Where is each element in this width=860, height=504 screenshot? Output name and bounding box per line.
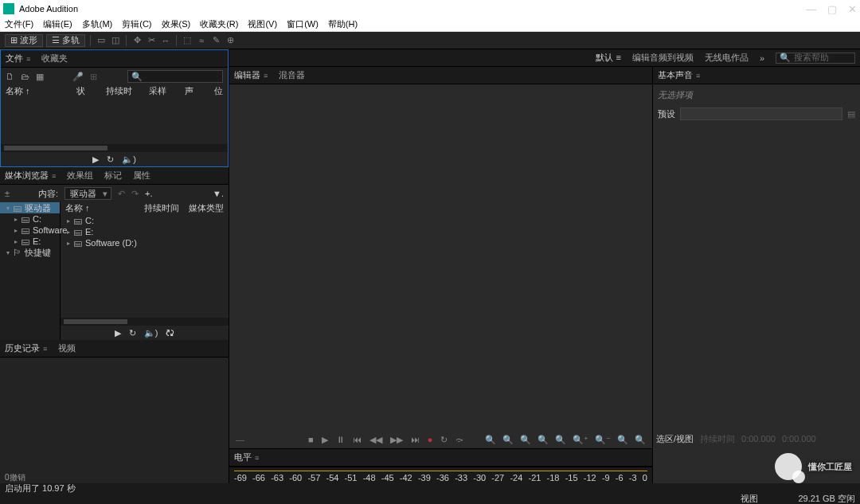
zoom-icon[interactable]: 🔍 xyxy=(502,435,514,445)
browser-item-c[interactable]: ▸🖴C: xyxy=(61,215,229,226)
col-name[interactable]: 名称 ↑ xyxy=(65,202,144,215)
tab-markers[interactable]: 标记 xyxy=(104,170,122,182)
help-search[interactable]: 🔍 搜索帮助 xyxy=(776,53,855,64)
menu-view[interactable]: 视图(V) xyxy=(248,18,277,30)
record-button[interactable]: ● xyxy=(428,435,433,444)
col-samplerate[interactable]: 采样率 xyxy=(149,85,169,98)
tree-drives[interactable]: ▾🖴驱动器 xyxy=(0,202,60,213)
menu-window[interactable]: 窗口(W) xyxy=(287,18,319,30)
maximize-button[interactable]: ▢ xyxy=(827,3,837,15)
rewind-button[interactable]: ◀◀ xyxy=(369,435,382,445)
play-button[interactable]: ▶ xyxy=(92,154,99,165)
col-status[interactable]: 状态 xyxy=(76,85,90,98)
browser-item-e[interactable]: ▸🖴E: xyxy=(61,226,229,237)
waveform-button[interactable]: ⊞波形 xyxy=(5,34,43,47)
tree-e[interactable]: ▸🖴E: xyxy=(0,236,60,247)
menu-clip[interactable]: 剪辑(C) xyxy=(122,18,151,30)
grid-icon[interactable]: ▦ xyxy=(36,72,44,82)
volume-icon[interactable]: 🔈) xyxy=(144,328,158,338)
zoom-icon[interactable]: 🔍 xyxy=(555,435,566,445)
tree-shortcuts[interactable]: ▾🏳快捷键 xyxy=(0,247,60,258)
menu-help[interactable]: 帮助(H) xyxy=(328,18,358,30)
tab-video[interactable]: 视频 xyxy=(58,342,76,354)
forward-button[interactable]: ↷ xyxy=(131,189,139,199)
heal-tool-icon[interactable]: ⊕ xyxy=(225,35,236,46)
files-scrollbar[interactable] xyxy=(1,144,228,152)
loop-button[interactable]: ↻ xyxy=(440,435,448,445)
files-search[interactable]: 🔍 xyxy=(127,70,223,83)
tree-c[interactable]: ▸🖴C: xyxy=(0,213,60,225)
col-name[interactable]: 名称 ↑ xyxy=(6,85,61,98)
tab-effects-rack[interactable]: 效果组 xyxy=(67,170,93,182)
content-dropdown[interactable]: 驱动器 xyxy=(64,187,111,200)
tab-media-browser[interactable]: 媒体浏览器 ≡ xyxy=(5,170,56,182)
move-tool-icon[interactable]: ✥ xyxy=(131,35,143,46)
col-duration[interactable]: 持续时间 xyxy=(106,85,133,98)
record-icon[interactable]: 🎤 xyxy=(72,72,84,82)
tab-mixer[interactable]: 混音器 xyxy=(279,69,305,81)
volume-icon[interactable]: 🔈) xyxy=(122,154,136,165)
play-button[interactable]: ▶ xyxy=(115,328,121,338)
workspace-more[interactable]: » xyxy=(760,53,764,63)
menu-edit[interactable]: 编辑(E) xyxy=(43,18,72,30)
brush-tool-icon[interactable]: ✎ xyxy=(210,35,221,46)
zoom-out-icon[interactable]: 🔍⁻ xyxy=(595,435,611,445)
menu-multitrack[interactable]: 多轨(M) xyxy=(82,18,113,30)
editor-canvas[interactable] xyxy=(229,84,652,431)
browser-item-software-d[interactable]: ▸🖴Software (D:) xyxy=(61,237,229,248)
new-file-icon[interactable]: 🗋 xyxy=(6,72,14,81)
menu-file[interactable]: 文件(F) xyxy=(5,18,33,30)
selection-tool-icon[interactable]: ⬚ xyxy=(182,35,193,46)
tool-icon[interactable]: ◫ xyxy=(110,35,121,46)
loop-button[interactable]: ↻ xyxy=(129,328,136,338)
tab-properties[interactable]: 属性 xyxy=(133,170,150,182)
go-begin-button[interactable]: ⏮ xyxy=(353,435,362,444)
zoom-icon[interactable]: 🔍 xyxy=(538,435,549,445)
workspace-audio-video[interactable]: 编辑音频到视频 xyxy=(632,52,694,64)
workspace-radio[interactable]: 无线电作品 xyxy=(705,52,749,64)
menu-effects[interactable]: 效果(S) xyxy=(162,18,191,30)
col-channels[interactable]: 声道 xyxy=(185,85,198,98)
zoom-icon[interactable]: 🔍 xyxy=(520,435,531,445)
skip-button[interactable]: ⤼ xyxy=(455,435,463,445)
tab-files[interactable]: 文件 ≡ xyxy=(6,53,30,64)
lasso-tool-icon[interactable]: ≈ xyxy=(196,35,207,46)
browser-scrollbar[interactable] xyxy=(61,318,229,326)
tree-software[interactable]: ▸🖴Software xyxy=(0,225,60,236)
tool-icon[interactable]: ▭ xyxy=(96,35,107,46)
stop-button[interactable]: ■ xyxy=(308,435,314,444)
close-button[interactable]: ✕ xyxy=(848,3,857,15)
zoom-in-icon[interactable]: 🔍⁺ xyxy=(573,435,588,445)
tab-editor[interactable]: 编辑器 ≡ xyxy=(234,69,268,81)
minimize-button[interactable]: — xyxy=(806,3,816,15)
zoom-icon[interactable]: 🔍 xyxy=(617,435,628,445)
insert-icon[interactable]: ⊞ xyxy=(90,72,97,82)
preset-dropdown[interactable] xyxy=(680,107,842,120)
slip-tool-icon[interactable]: ↔ xyxy=(160,35,171,46)
tab-essential-sound[interactable]: 基本声音 ≡ xyxy=(658,69,700,81)
preset-menu-icon[interactable]: ▤ xyxy=(847,109,855,119)
col-type[interactable]: 媒体类型 xyxy=(189,202,224,215)
tab-favorites[interactable]: 收藏夹 xyxy=(41,53,68,64)
workspace-default[interactable]: 默认 ≡ xyxy=(596,52,620,64)
tab-history[interactable]: 历史记录 ≡ xyxy=(5,342,47,354)
multitrack-button[interactable]: ☰多轨 xyxy=(46,34,85,47)
razor-tool-icon[interactable]: ✂ xyxy=(146,35,157,46)
col-bits[interactable]: 位 xyxy=(214,85,223,98)
filter-button[interactable]: ▼. xyxy=(213,189,224,198)
col-duration[interactable]: 持续时间 xyxy=(144,202,179,215)
go-end-button[interactable]: ⏭ xyxy=(411,435,420,444)
fastforward-button[interactable]: ▶▶ xyxy=(390,435,403,445)
loop-button[interactable]: ↻ xyxy=(107,154,114,165)
zoom-icon[interactable]: 🔍 xyxy=(635,435,646,445)
zoom-icon[interactable]: 🔍 xyxy=(485,435,496,445)
tab-levels[interactable]: 电平 ≡ xyxy=(234,451,259,463)
import-icon[interactable]: ± xyxy=(5,189,10,198)
pause-button[interactable]: ⏸ xyxy=(336,435,345,444)
back-button[interactable]: ↶ xyxy=(118,189,125,199)
autoplay-button[interactable]: 🗘 xyxy=(166,328,174,338)
open-file-icon[interactable]: 🗁 xyxy=(21,72,29,81)
menu-favorites[interactable]: 收藏夹(R) xyxy=(200,18,238,30)
add-shortcut-button[interactable]: +. xyxy=(145,189,152,198)
play-button[interactable]: ▶ xyxy=(322,435,328,445)
